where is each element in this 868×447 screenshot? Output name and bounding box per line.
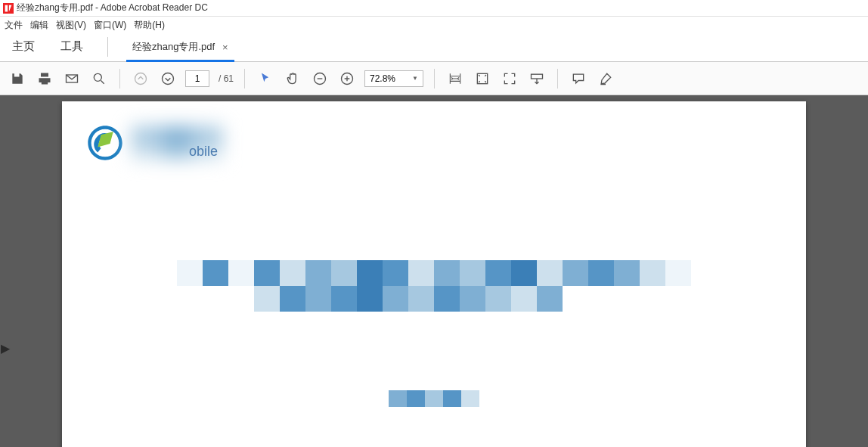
tab-document-label: 经验zhang专用.pdf bbox=[132, 40, 215, 54]
tabbar: 主页 工具 经验zhang专用.pdf × bbox=[0, 33, 868, 62]
separator bbox=[119, 69, 120, 88]
menu-edit[interactable]: 编辑 bbox=[30, 19, 48, 32]
menu-help[interactable]: 帮助(H) bbox=[134, 19, 165, 32]
zoom-in-icon[interactable] bbox=[337, 69, 357, 88]
app-icon bbox=[3, 3, 14, 14]
page-up-icon[interactable] bbox=[131, 69, 150, 88]
menu-view[interactable]: 视图(V) bbox=[56, 19, 86, 32]
toolbar: / 61 72.8% ▼ bbox=[0, 62, 868, 95]
highlight-icon[interactable] bbox=[596, 69, 615, 88]
dropdown-icon: ▼ bbox=[412, 75, 418, 82]
right-gutter bbox=[806, 95, 868, 447]
zoom-select[interactable]: 72.8% ▼ bbox=[364, 70, 423, 87]
left-gutter bbox=[0, 95, 62, 447]
close-tab-icon[interactable]: × bbox=[222, 42, 228, 53]
zoom-out-icon[interactable] bbox=[310, 69, 330, 88]
logo-text-blurred: obile bbox=[132, 126, 222, 160]
tab-tools[interactable]: 工具 bbox=[54, 33, 89, 61]
select-tool-icon[interactable] bbox=[256, 69, 275, 88]
titlebar: 经验zhang专用.pdf - Adobe Acrobat Reader DC bbox=[0, 0, 868, 17]
read-mode-icon[interactable] bbox=[527, 69, 547, 88]
tab-document[interactable]: 经验zhang专用.pdf × bbox=[126, 34, 234, 62]
svg-point-2 bbox=[94, 73, 101, 81]
print-icon[interactable] bbox=[35, 69, 54, 88]
panel-expand-handle[interactable]: ▶ bbox=[0, 337, 11, 359]
fit-width-icon[interactable] bbox=[445, 69, 465, 88]
fullscreen-icon[interactable] bbox=[500, 69, 519, 88]
page-content: obile bbox=[62, 101, 806, 447]
china-mobile-logo-icon bbox=[85, 123, 126, 163]
email-icon[interactable] bbox=[62, 69, 82, 88]
svg-rect-8 bbox=[532, 74, 543, 79]
tab-separator bbox=[107, 37, 108, 57]
fit-page-icon[interactable] bbox=[473, 69, 492, 88]
subtitle-blurred bbox=[389, 390, 479, 407]
menu-file[interactable]: 文件 bbox=[5, 19, 23, 32]
menubar: 文件 编辑 视图(V) 窗口(W) 帮助(H) bbox=[0, 17, 868, 33]
page-down-icon[interactable] bbox=[158, 69, 178, 88]
hand-tool-icon[interactable] bbox=[283, 69, 302, 88]
page-total-label: / 61 bbox=[219, 73, 234, 84]
logo-area: obile bbox=[85, 123, 222, 163]
zoom-value: 72.8% bbox=[370, 73, 395, 84]
separator bbox=[244, 69, 245, 88]
document-viewport[interactable]: ▶ obile bbox=[0, 95, 868, 447]
svg-rect-0 bbox=[3, 3, 14, 14]
menu-window[interactable]: 窗口(W) bbox=[94, 19, 126, 32]
save-icon[interactable] bbox=[8, 69, 27, 88]
svg-point-3 bbox=[135, 73, 147, 84]
tab-home[interactable]: 主页 bbox=[6, 33, 41, 61]
comment-icon[interactable] bbox=[569, 69, 588, 88]
search-icon[interactable] bbox=[89, 69, 109, 88]
separator bbox=[434, 69, 435, 88]
separator bbox=[557, 69, 558, 88]
svg-point-4 bbox=[163, 73, 174, 84]
title-blurred bbox=[177, 260, 691, 312]
page-number-input[interactable] bbox=[185, 70, 209, 87]
window-title: 经验zhang专用.pdf - Adobe Acrobat Reader DC bbox=[17, 2, 208, 14]
logo-visible-text: obile bbox=[189, 144, 218, 160]
